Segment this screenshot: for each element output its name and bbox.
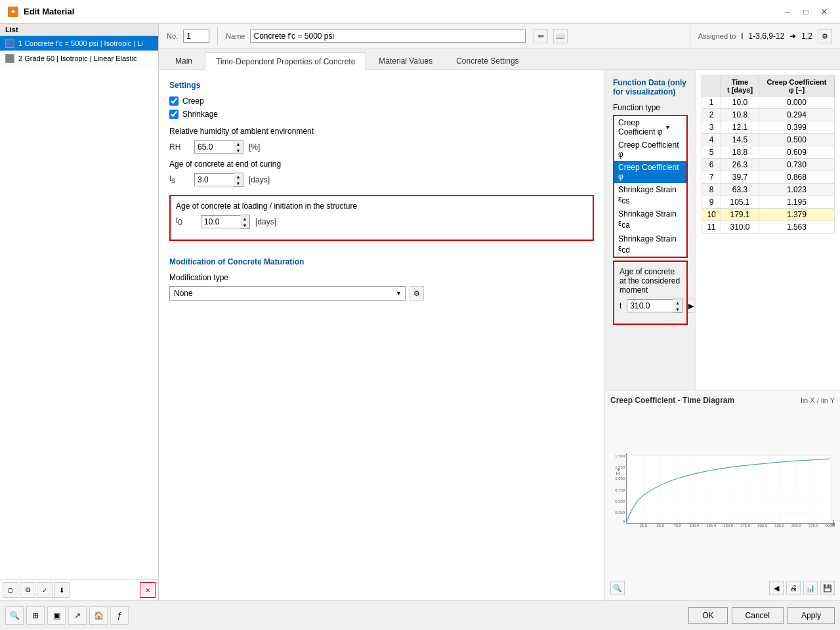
t0-up-arrow[interactable]: ▲ [240, 215, 249, 222]
rh-up-arrow[interactable]: ▲ [234, 140, 243, 147]
rh-down-arrow[interactable]: ▼ [234, 147, 243, 154]
book-icon[interactable]: 📖 [553, 29, 568, 43]
ts-arrows: ▲ ▼ [234, 173, 243, 187]
main-window: ✦ Edit Material ─ □ ✕ List 1 Concrete f'… [0, 0, 840, 630]
bottom-cursor-button[interactable]: ↗ [68, 606, 87, 625]
maximize-button[interactable]: □ [798, 5, 814, 18]
t-input[interactable] [627, 299, 673, 312]
rh-arrows: ▲ ▼ [234, 140, 243, 154]
tab-concrete-settings[interactable]: Concrete Settings [445, 52, 530, 70]
svg-text:0.250: 0.250 [615, 511, 625, 514]
ts-input[interactable] [194, 173, 234, 186]
t0-input[interactable] [201, 215, 240, 228]
t-down-arrow[interactable]: ▼ [673, 306, 682, 312]
chart-save-button[interactable]: 💾 [820, 581, 835, 595]
copy-button[interactable]: ⧉ [20, 582, 35, 598]
content-area: List 1 Concrete f'c = 5000 psi | Isotrop… [0, 24, 840, 600]
import-button[interactable]: ⬇ [54, 582, 70, 598]
assigned-arrow-icon: ➜ [789, 32, 796, 41]
ts-up-arrow[interactable]: ▲ [234, 173, 243, 180]
cancel-button[interactable]: Cancel [732, 607, 784, 624]
left-panel: List 1 Concrete f'c = 5000 psi | Isotrop… [0, 24, 159, 600]
function-type-header[interactable]: Creep Coefficient φ ▼ [614, 116, 686, 138]
bottom-filter-button[interactable]: 🏠 [89, 606, 108, 625]
function-type-label: Function type [613, 103, 688, 112]
option-shrinkage-eca[interactable]: Shrinkage Strain εca [614, 207, 686, 232]
minimize-button[interactable]: ─ [780, 5, 795, 18]
svg-text:100.0: 100.0 [690, 524, 700, 528]
modification-type-row: None ⚙ [169, 286, 594, 301]
list-item-2[interactable]: 2 Grade 60 | Isotropic | Linear Elastic [0, 51, 158, 66]
chart-export-button[interactable]: 📊 [803, 581, 818, 595]
app-icon: ✦ [8, 7, 18, 17]
delete-button[interactable]: ✕ [140, 582, 156, 598]
table-row: 210.80.294 [702, 109, 835, 121]
option-shrinkage-ecs[interactable]: Shrinkage Strain εcs [614, 183, 686, 207]
cell-time: 39.7 [721, 171, 759, 184]
cell-row-num: 11 [702, 221, 721, 234]
tab-main[interactable]: Main [164, 52, 203, 70]
t-play-button[interactable]: ▶ [688, 299, 694, 313]
age-moment-box: Age of concrete at the considered moment… [613, 261, 688, 325]
cell-coeff: 0.868 [759, 171, 834, 184]
name-label: Name [226, 32, 245, 40]
edit-icon[interactable]: ✏ [534, 29, 548, 43]
option-shrinkage-ecd[interactable]: Shrinkage Strain εcd [614, 232, 686, 257]
tab-time-dependent[interactable]: Time-Dependent Properties of Concrete [205, 52, 366, 70]
ts-down-arrow[interactable]: ▼ [234, 180, 243, 186]
svg-text:[days]: [days] [831, 522, 835, 526]
list-item-text-2: 2 Grade 60 | Isotropic | Linear Elastic [18, 54, 137, 62]
modification-type-select[interactable]: None [169, 286, 406, 301]
chart-prev-button[interactable]: ◀ [769, 581, 784, 595]
cell-coeff: 0.500 [759, 134, 834, 146]
svg-text:[–]: [–] [616, 471, 621, 475]
rh-field-label: RH [169, 142, 189, 152]
cell-row-num: 9 [702, 196, 721, 209]
no-input[interactable] [183, 30, 209, 43]
chart-title-row: Creep Coefficient - Time Diagram lin X /… [610, 396, 835, 405]
creep-checkbox[interactable] [169, 96, 178, 106]
close-button[interactable]: ✕ [816, 5, 832, 18]
chart-print-button[interactable]: 🖨 [786, 581, 801, 595]
bottom-select-button[interactable]: ▣ [47, 606, 66, 625]
svg-text:275.0: 275.0 [808, 524, 818, 528]
new-item-button[interactable]: 🗋 [3, 582, 18, 598]
cell-time: 18.8 [721, 146, 759, 159]
t-arrows: ▲ ▼ [673, 299, 682, 313]
option-creep-coeff-1[interactable]: Creep Coefficient φ [614, 138, 686, 161]
t0-down-arrow[interactable]: ▼ [240, 222, 249, 228]
tab-material-values[interactable]: Material Values [368, 52, 444, 70]
list-item-1[interactable]: 1 Concrete f'c = 5000 psi | Isotropic | … [0, 36, 158, 51]
bottom-grid-button[interactable]: ⊞ [26, 606, 45, 625]
modification-type-select-wrapper: None [169, 286, 406, 301]
check-button[interactable]: ✓ [37, 582, 52, 598]
modification-section: Modification of Concrete Maturation Modi… [169, 257, 594, 301]
bottom-func-button[interactable]: ƒ [110, 606, 129, 625]
table-row: 312.10.399 [702, 121, 835, 134]
title-bar: ✦ Edit Material ─ □ ✕ [0, 0, 840, 24]
chart-zoom-button[interactable]: 🔍 [610, 581, 625, 595]
ok-button[interactable]: OK [688, 607, 727, 624]
cell-row-num: 7 [702, 171, 721, 184]
cell-coeff: 1.195 [759, 196, 834, 209]
apply-button[interactable]: Apply [788, 607, 835, 624]
shrinkage-checkbox[interactable] [169, 110, 178, 119]
bottom-search-button[interactable]: 🔍 [5, 606, 24, 625]
t-spinner: ▲ ▼ [627, 299, 682, 313]
option-creep-coeff-2[interactable]: Creep Coefficient φ [614, 161, 686, 183]
assigned-settings-icon[interactable]: ⚙ [818, 29, 832, 43]
svg-text:175.0: 175.0 [740, 524, 750, 528]
col-header-coeff: Creep Coefficientφ [–] [759, 76, 834, 96]
t-up-arrow[interactable]: ▲ [673, 299, 682, 306]
material-icon-1 [5, 39, 14, 48]
rh-input[interactable] [194, 140, 234, 154]
modification-settings-button[interactable]: ⚙ [410, 286, 424, 301]
name-input[interactable] [250, 30, 526, 43]
cell-row-num: 8 [702, 184, 721, 196]
function-data-section: Function Data (only for visualization) F… [605, 70, 696, 390]
col-header-row [702, 76, 721, 96]
info-bar: No. Name ✏ 📖 Assigned to I 1-3,6,9-12 ➜ … [159, 24, 840, 49]
function-data-title: Function Data (only for visualization) [613, 78, 688, 96]
function-type-dropdown-box: Creep Coefficient φ ▼ Creep Coefficient … [613, 115, 688, 140]
list-item-text-1: 1 Concrete f'c = 5000 psi | Isotropic | … [18, 39, 143, 47]
